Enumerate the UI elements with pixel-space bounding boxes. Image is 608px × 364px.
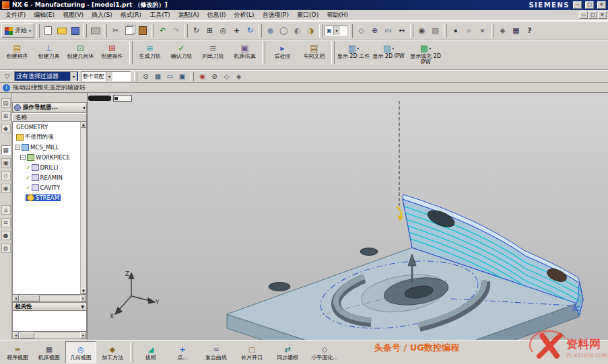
shaded-view-button[interactable]: ● <box>264 24 277 37</box>
selection-scope-combo[interactable]: 整个装配 ▾ <box>81 71 131 81</box>
menu-format[interactable]: 格式(R) <box>116 10 145 20</box>
select-face-icon[interactable]: ▦ <box>153 71 163 81</box>
tree-row-workpiece[interactable]: − WORKPIECE <box>13 152 86 162</box>
tree-row-streamline[interactable]: STREAM <box>13 192 86 203</box>
minimize-icon[interactable]: — <box>573 1 582 9</box>
tree-row-geometry[interactable]: GEOMETRY <box>13 122 86 132</box>
dependencies-section-header[interactable]: 相关性 ▼ <box>12 302 87 311</box>
scrollbar-thumb[interactable] <box>20 295 40 301</box>
menu-tools[interactable]: 工具(T) <box>145 10 174 20</box>
postprocess-button[interactable]: ▸ 后处理 <box>267 41 298 69</box>
model-hole[interactable] <box>360 248 378 256</box>
snap-intersection-button[interactable]: ✕ <box>476 24 489 37</box>
help-button[interactable]: ? <box>523 24 536 37</box>
datum-csys-button[interactable]: ◇ <box>355 24 368 37</box>
view-split-handle[interactable] <box>88 96 111 101</box>
menu-insert[interactable]: 插入(S) <box>88 10 116 20</box>
refresh-view-button[interactable]: ↻ <box>190 24 203 37</box>
point-constructor-button[interactable]: ⊕ <box>368 24 381 37</box>
list-toolpath-button[interactable]: ≡ 列出刀轨 <box>197 41 229 69</box>
select-edge-icon[interactable]: ▭ <box>165 71 175 81</box>
wireframe-view-button[interactable]: ◯ <box>277 24 290 37</box>
scrollbar-thumb[interactable] <box>20 332 34 338</box>
tree-row-cavity[interactable]: ✓ CAVITY <box>13 182 86 192</box>
collapse-node-icon[interactable]: − <box>15 145 20 150</box>
plane-button[interactable]: ▭ <box>382 24 395 37</box>
show-2d-workpiece-button[interactable]: ▥▾ 显示 2D 工件 <box>336 41 371 69</box>
model-hole[interactable] <box>269 283 290 291</box>
model-canvas[interactable]: Z Y X XC <box>88 93 608 340</box>
dependencies-scrollbar[interactable]: ◂ ▸ <box>12 332 87 339</box>
face-analysis-button[interactable]: ◑ <box>304 24 317 37</box>
child-restore-icon[interactable]: □ <box>588 11 597 19</box>
program-order-view-button[interactable]: ≡ 程序视图 <box>2 341 33 363</box>
child-minimize-icon[interactable]: — <box>579 11 588 19</box>
machine-tool-view-button[interactable]: ▦ 机床视图 <box>34 341 65 363</box>
menu-assemblies[interactable]: 装配(A) <box>174 10 203 20</box>
tree-row-mcs-mill[interactable]: − MCS_MILL <box>13 142 86 152</box>
chevron-down-icon[interactable]: ▾ <box>70 72 77 81</box>
chevron-down-icon[interactable]: ▾ <box>333 26 340 35</box>
create-geometry-button[interactable]: ⊡ 创建几何体 <box>65 41 96 69</box>
menu-help[interactable]: 帮助(H) <box>323 10 352 20</box>
web-browser-icon[interactable]: ⌂ <box>1 205 11 215</box>
show-hide-button[interactable]: ◉ <box>415 24 428 37</box>
edit-object-display-button[interactable]: ▨ <box>429 24 442 37</box>
point-button[interactable]: + 点... <box>167 341 198 363</box>
constraint-navigator-icon[interactable]: ⊞ <box>1 111 11 120</box>
rotate-view-button[interactable]: ↻ <box>244 24 257 37</box>
window-layout-button[interactable]: ▦ <box>510 24 522 37</box>
machine-navigator-icon[interactable]: ▣ <box>1 158 11 168</box>
navigator-header[interactable]: 操作导航器... ◂ <box>12 102 87 113</box>
new-file-button[interactable] <box>42 24 55 37</box>
machine-simulation-button[interactable]: ▣ 机床仿真 <box>229 41 261 69</box>
copy-button[interactable] <box>123 24 135 37</box>
selection-filter-combo[interactable]: 没有选择过滤器 ▾ <box>14 71 79 81</box>
pan-view-button[interactable]: + <box>230 24 243 37</box>
qc-select-icon[interactable]: ◇ <box>222 71 232 81</box>
shop-doc-button[interactable]: ▤ 车间文档 <box>298 41 330 69</box>
generate-toolpath-button[interactable]: ≋ 生成刀轨 <box>134 41 166 69</box>
scroll-down-icon[interactable]: ▼ <box>81 288 87 294</box>
menu-information[interactable]: 信息(I) <box>203 10 230 20</box>
redo-button[interactable]: ↷ <box>170 24 182 37</box>
hd3d-tools-icon[interactable]: ◉ <box>1 184 11 193</box>
tree-row-unused-items[interactable]: 不使用的项 <box>13 132 86 142</box>
collapse-panel-icon[interactable]: ◂ <box>82 105 85 110</box>
paste-button[interactable] <box>136 24 149 37</box>
cut-button[interactable]: ✂ <box>109 24 122 37</box>
tree-row-reaming[interactable]: ✓ REAMIN <box>13 172 86 182</box>
collapse-node-icon[interactable]: − <box>20 155 26 160</box>
snap-toggle-icon[interactable]: ⊙ <box>141 71 151 81</box>
scroll-left-icon[interactable]: ◂ <box>13 332 19 338</box>
menu-edit[interactable]: 编辑(E) <box>30 10 59 20</box>
deselect-all-icon[interactable]: ⊘ <box>209 71 219 81</box>
operation-navigator-icon[interactable]: ▦ <box>1 145 11 155</box>
chevron-down-icon[interactable]: ▼ <box>81 304 84 309</box>
tree-row-drilling[interactable]: ✓ DRILLI <box>13 162 86 172</box>
select-body-icon[interactable]: ▣ <box>177 71 187 81</box>
view-split-box[interactable] <box>113 95 132 102</box>
scroll-right-icon[interactable]: ▸ <box>80 332 86 338</box>
maximize-icon[interactable]: □ <box>585 1 594 9</box>
view-split-slider[interactable] <box>88 95 132 102</box>
command-finder-button[interactable]: ◈ <box>496 24 509 37</box>
scroll-up-icon[interactable]: ▲ <box>81 122 87 128</box>
undo-button[interactable]: ↶ <box>156 24 169 37</box>
chevron-down-icon[interactable]: ▾ <box>106 72 112 81</box>
scroll-left-icon[interactable]: ◂ <box>13 295 19 301</box>
menu-window[interactable]: 窗口(O) <box>293 10 323 20</box>
show-2d-ipw-button[interactable]: ▨▾ 显示 2D IPW <box>371 41 406 69</box>
scroll-right-icon[interactable]: ▸ <box>80 295 86 301</box>
title-bar[interactable]: NX 6 - Manufacturing - [model1.prt （修改的）… <box>0 0 608 10</box>
history-palette-icon[interactable]: ≡ <box>1 218 11 227</box>
composite-curve-button[interactable]: ≈ 复合曲线 <box>199 341 234 363</box>
save-button[interactable] <box>69 24 81 37</box>
menu-preferences[interactable]: 首选项(P) <box>259 10 293 20</box>
show-filled-2d-ipw-button[interactable]: ▩▾ 显示填充 2D IPW <box>406 41 445 69</box>
navigator-horizontal-scrollbar[interactable]: ◂ ▸ <box>12 295 87 302</box>
draft-button[interactable]: ◢ 拔模 <box>135 341 166 363</box>
snap-mid-button[interactable]: ▫ <box>463 24 475 37</box>
facet-body-button[interactable]: ◇ 小平面化... <box>306 341 343 363</box>
print-button[interactable] <box>89 24 102 37</box>
